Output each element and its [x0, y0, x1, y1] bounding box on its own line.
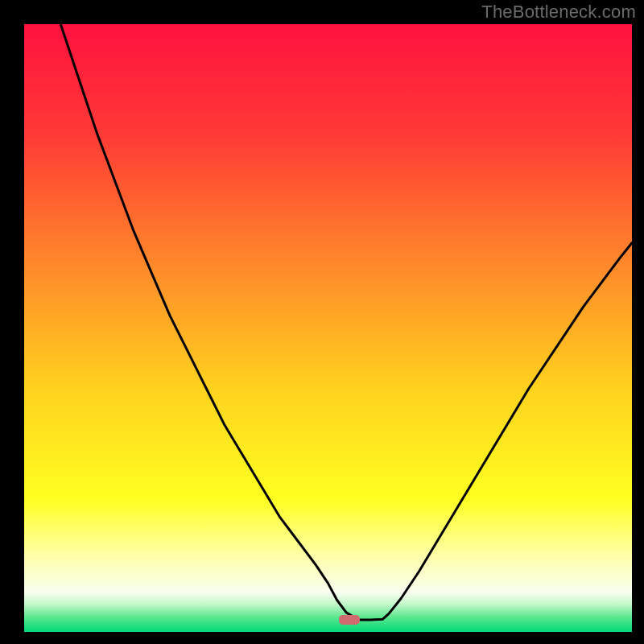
gradient-background: [24, 24, 632, 632]
chart-frame: TheBottleneck.com: [0, 0, 644, 644]
optimal-marker: [339, 615, 360, 625]
watermark-text: TheBottleneck.com: [481, 2, 636, 23]
plot-area: [24, 24, 632, 632]
bottleneck-chart: [24, 24, 632, 632]
